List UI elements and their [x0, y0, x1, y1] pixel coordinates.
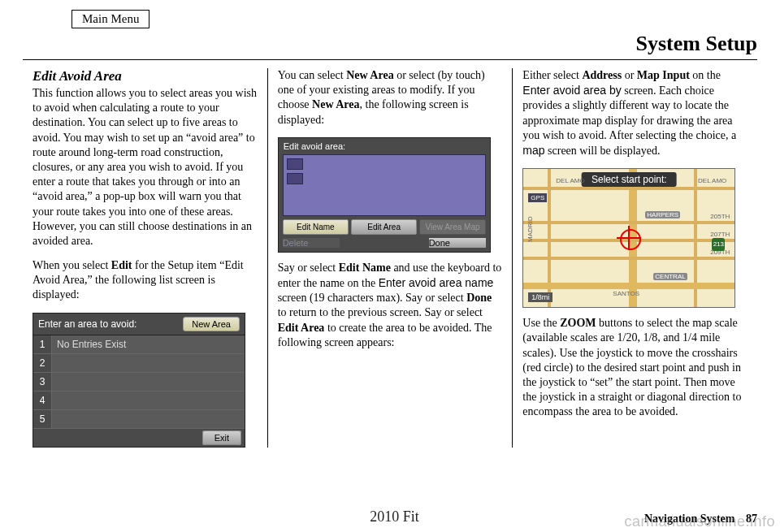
bold-new-area-2: New Area	[312, 98, 359, 110]
row-text	[52, 410, 245, 428]
delete-button: Delete	[283, 238, 340, 248]
sans-map: map	[522, 144, 544, 157]
section-heading-edit-avoid: Edit Avoid Area	[32, 68, 258, 84]
area-field-icon	[287, 173, 303, 184]
map-label: DEL AMO	[556, 177, 584, 184]
new-area-button[interactable]: New Area	[183, 317, 240, 331]
text: or	[622, 69, 637, 81]
map-road	[523, 221, 734, 224]
list-item[interactable]: 1 No Entries Exist	[33, 335, 245, 354]
list-item[interactable]: 5	[33, 410, 245, 429]
map-banner: Select start point:	[582, 172, 677, 187]
text: When you select	[32, 259, 111, 271]
column-2: You can select New Area or select (by to…	[267, 68, 513, 448]
screen1-list: 1 No Entries Exist 2 3 4 5	[33, 335, 245, 429]
name-field-icon	[287, 158, 303, 170]
text: on the	[690, 69, 721, 81]
bold-edit: Edit	[111, 259, 132, 271]
row-text	[52, 373, 245, 391]
map-scale: 1/8mi	[528, 292, 552, 302]
bold-map-input: Map Input	[637, 69, 690, 81]
row-number: 3	[33, 373, 52, 391]
row-number: 2	[33, 354, 52, 372]
exit-button[interactable]: Exit	[202, 430, 241, 445]
bold-done: Done	[466, 292, 492, 304]
gps-icon: GPS	[528, 193, 547, 202]
text: Say or select	[278, 262, 339, 274]
map-label: CENTRAL	[653, 273, 687, 280]
screenshot-map: Select start point: GPS DEL AMO DEL AMO …	[522, 168, 735, 308]
text: You can select	[278, 69, 347, 81]
map-label: 205TH	[710, 213, 730, 220]
row-number: 5	[33, 410, 52, 428]
sans-enter-name: Enter avoid area name	[379, 276, 494, 289]
list-item[interactable]: 2	[33, 354, 245, 373]
map-road	[523, 257, 734, 260]
edit-area-button[interactable]: Edit Area	[351, 219, 417, 235]
content-columns: Edit Avoid Area This function allows you…	[23, 68, 757, 448]
column-1: Edit Avoid Area This function allows you…	[23, 68, 267, 448]
col3-paragraph-1: Either select Address or Map Input on th…	[522, 68, 748, 158]
route-shield-icon: 213	[712, 238, 725, 251]
screen2-body	[283, 154, 486, 216]
screen1-title: Enter an area to avoid:	[38, 318, 136, 330]
text: buttons to select the map scale (availab…	[522, 317, 741, 417]
col3-paragraph-2: Use the ZOOM buttons to select the map s…	[522, 316, 748, 419]
col2-paragraph-2: Say or select Edit Name and use the keyb…	[278, 261, 503, 350]
map-label: MADRID	[526, 217, 534, 243]
map-road	[523, 283, 734, 289]
crosshair-icon	[617, 226, 641, 250]
done-button[interactable]: Done	[429, 238, 486, 248]
text: screen (19 characters max). Say or selec…	[278, 292, 466, 304]
col1-paragraph-1: This function allows you to select areas…	[32, 86, 258, 249]
text: to return to the previous screen. Say or…	[278, 306, 483, 318]
screenshot-edit-avoid: Edit avoid area: Edit Name Edit Area Vie…	[278, 137, 491, 253]
screen2-title: Edit avoid area:	[279, 138, 490, 154]
row-number: 4	[33, 391, 52, 409]
row-number: 1	[33, 335, 52, 353]
bold-edit-area: Edit Area	[278, 322, 325, 334]
text: Either select	[522, 69, 582, 81]
bold-zoom: ZOOM	[560, 317, 596, 329]
row-text	[52, 391, 245, 409]
text: screen will be displayed.	[545, 145, 661, 157]
edit-name-button[interactable]: Edit Name	[283, 219, 349, 235]
map-label: DEL AMO	[698, 177, 726, 184]
row-text: No Entries Exist	[52, 335, 245, 353]
column-3: Either select Address or Map Input on th…	[512, 68, 757, 448]
view-area-map-button: View Area Map	[419, 219, 485, 235]
list-item[interactable]: 4	[33, 391, 245, 410]
map-label: 207TH	[710, 231, 730, 238]
screenshot-enter-area: Enter an area to avoid: New Area 1 No En…	[32, 313, 245, 448]
list-item[interactable]: 3	[33, 373, 245, 391]
text: Use the	[522, 317, 560, 329]
map-road	[523, 187, 734, 190]
map-label: SANTOS	[613, 290, 639, 297]
sans-enter-by: Enter avoid area by	[522, 84, 621, 97]
bold-address: Address	[582, 69, 622, 81]
row-text	[52, 354, 245, 372]
col2-paragraph-1: You can select New Area or select (by to…	[278, 68, 503, 128]
page-title: System Setup	[23, 32, 757, 60]
main-menu-button[interactable]: Main Menu	[72, 10, 150, 28]
watermark: carmanualsonline.info	[624, 513, 775, 530]
bold-new-area: New Area	[346, 69, 393, 81]
bold-edit-name: Edit Name	[339, 262, 391, 274]
footer-model: 2010 Fit	[145, 508, 644, 526]
map-label: HARPERS	[645, 211, 680, 218]
col1-paragraph-2: When you select Edit for the Setup item …	[32, 258, 258, 303]
